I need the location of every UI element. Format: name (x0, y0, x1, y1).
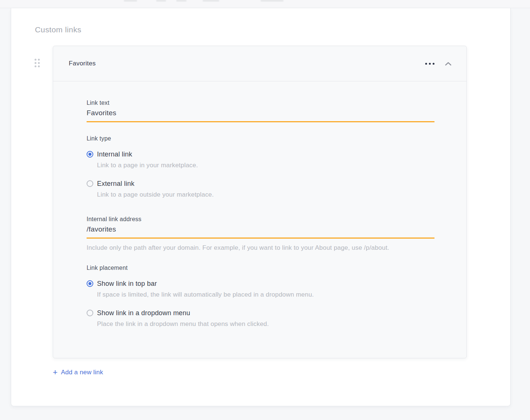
card-body: Link text Link type Internal link Link t… (53, 99, 466, 358)
radio-description: Link to a page outside your marketplace. (97, 190, 452, 199)
radio-button-icon[interactable] (87, 180, 93, 187)
plus-icon: + (53, 369, 58, 376)
tab-remnant (176, 0, 187, 1)
tab-remnant (124, 0, 137, 1)
content-panel: Custom links Favorites Link text (11, 8, 511, 406)
radio-external-link[interactable]: External link (87, 180, 452, 188)
radio-label[interactable]: External link (97, 180, 135, 188)
custom-link-card: Favorites Link text Link type Int (53, 46, 467, 358)
add-new-link-button[interactable]: + Add a new link (53, 369, 103, 376)
link-placement-label: Link placement (87, 264, 452, 271)
more-options-button[interactable] (424, 61, 435, 67)
collapse-button[interactable] (445, 62, 452, 66)
radio-label[interactable]: Internal link (97, 150, 132, 158)
add-new-link-label: Add a new link (61, 369, 103, 376)
radio-button-icon[interactable] (87, 310, 93, 316)
card-header: Favorites (53, 46, 466, 81)
radio-description: Link to a page in your marketplace. (97, 161, 452, 169)
tab-remnant (156, 0, 166, 1)
internal-link-address-input[interactable] (87, 225, 434, 239)
radio-label[interactable]: Show link in top bar (97, 280, 157, 288)
link-text-input[interactable] (87, 109, 434, 122)
link-type-label: Link type (87, 135, 452, 142)
radio-button-icon[interactable] (87, 151, 93, 158)
radio-description: If space is limited, the link will autom… (97, 290, 452, 299)
card-title: Favorites (69, 60, 96, 67)
tab-remnant (203, 0, 219, 1)
radio-internal-link[interactable]: Internal link (87, 150, 452, 158)
radio-description: Place the link in a dropdown menu that o… (97, 320, 452, 328)
radio-label[interactable]: Show link in a dropdown menu (97, 309, 190, 317)
page-title: Custom links (35, 25, 510, 34)
tab-remnant (261, 0, 284, 1)
internal-link-address-label: Internal link address (87, 216, 452, 223)
drag-handle-icon[interactable] (35, 59, 40, 67)
chevron-up-icon (445, 62, 452, 66)
link-text-label: Link text (87, 99, 452, 106)
top-tab-bar (0, 0, 530, 8)
radio-button-icon[interactable] (87, 280, 93, 287)
radio-show-link-dropdown[interactable]: Show link in a dropdown menu (87, 309, 452, 317)
internal-link-address-help: Include only the path after your domain.… (87, 244, 443, 252)
radio-show-link-top-bar[interactable]: Show link in top bar (87, 280, 452, 288)
